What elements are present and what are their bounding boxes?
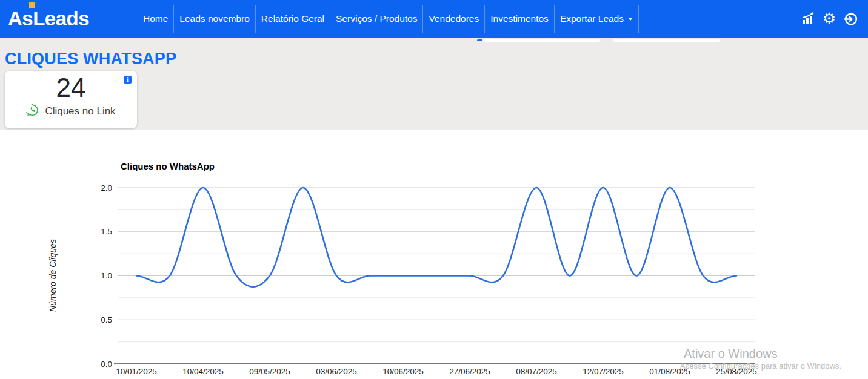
y-tick-label: 0.5 bbox=[101, 315, 112, 325]
bar-chart-icon[interactable] bbox=[800, 11, 816, 27]
clicks-label: Cliques no Link bbox=[45, 105, 115, 117]
logo-accent-square bbox=[29, 2, 35, 8]
y-tick-label: 0.0 bbox=[101, 360, 112, 369]
nav-menu: HomeLeads novembroRelatório GeralServiço… bbox=[138, 0, 639, 38]
nav-item-investimentos[interactable]: Investimentos bbox=[485, 5, 555, 33]
nav-item-relat-rio-geral[interactable]: Relatório Geral bbox=[256, 5, 330, 33]
decoration-dash bbox=[477, 39, 482, 41]
settings-gear-icon[interactable]: ⚙ bbox=[821, 11, 837, 27]
logo[interactable]: AsLeads bbox=[8, 7, 105, 30]
windows-activation-watermark-sub: Acesse Configurações para ativar o Windo… bbox=[680, 361, 841, 371]
x-tick-label: 03/06/2025 bbox=[316, 367, 357, 376]
navbar: AsLeads HomeLeads novembroRelatório Gera… bbox=[0, 0, 868, 38]
decoration-strip bbox=[483, 39, 600, 42]
decoration-strip bbox=[613, 39, 720, 42]
logout-icon[interactable] bbox=[843, 11, 858, 27]
x-tick-label: 10/01/2025 bbox=[116, 367, 157, 376]
whatsapp-icon bbox=[26, 104, 39, 119]
clicks-summary-card: i 24 Cliques no Link bbox=[5, 71, 137, 128]
chevron-down-icon bbox=[628, 18, 633, 21]
x-tick-label: 10/04/2025 bbox=[182, 367, 224, 376]
nav-item-vendedores[interactable]: Vendedores bbox=[423, 5, 485, 33]
nav-icons: ⚙ bbox=[800, 0, 858, 38]
clicks-count: 24 bbox=[5, 73, 137, 103]
x-tick-label: 10/06/2025 bbox=[382, 367, 424, 376]
x-tick-label: 12/07/2025 bbox=[583, 367, 624, 376]
nav-item-home[interactable]: Home bbox=[138, 5, 174, 33]
x-tick-label: 27/06/2025 bbox=[449, 367, 490, 376]
info-icon[interactable]: i bbox=[124, 76, 132, 84]
page-title: CLIQUES WHATSAPP bbox=[5, 50, 176, 68]
y-tick-label: 2.0 bbox=[101, 183, 112, 193]
nav-item-servi-os-produtos[interactable]: Serviços / Produtos bbox=[330, 5, 423, 33]
chart-section: 0.00.51.01.52.010/01/202510/04/202509/05… bbox=[0, 130, 868, 379]
chart-line-series bbox=[136, 188, 736, 287]
chart-title: Cliques no WhatsApp bbox=[121, 161, 215, 171]
x-tick-label: 09/05/2025 bbox=[249, 367, 290, 376]
nav-item-exportar-leads[interactable]: Exportar Leads bbox=[555, 5, 639, 33]
y-tick-label: 1.0 bbox=[101, 271, 112, 280]
windows-activation-watermark: Ativar o Windows bbox=[684, 347, 778, 361]
header-section: CLIQUES WHATSAPP i 24 Cliques no Link bbox=[0, 38, 868, 130]
x-tick-label: 08/07/2025 bbox=[516, 367, 557, 376]
nav-item-leads-novembro[interactable]: Leads novembro bbox=[174, 5, 255, 33]
y-axis-title: Número de Cliques bbox=[48, 239, 58, 312]
y-tick-label: 1.5 bbox=[101, 227, 112, 236]
logo-text: AsLeads bbox=[8, 7, 89, 30]
